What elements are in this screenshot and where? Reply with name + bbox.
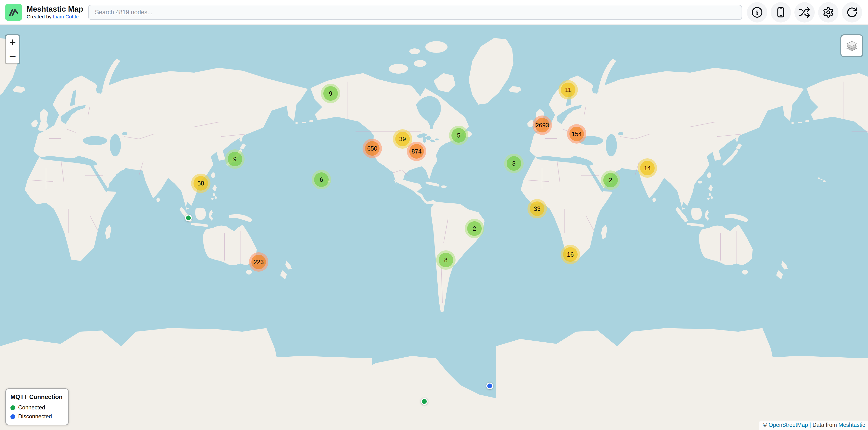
- legend-label: Connected: [18, 404, 45, 411]
- cluster-count: 223: [251, 255, 266, 269]
- node-marker-disconnected[interactable]: [486, 383, 493, 389]
- page-subtitle: Created by Liam Cottle: [27, 14, 83, 20]
- cluster-count: 39: [395, 132, 410, 146]
- cluster-count: 33: [530, 201, 545, 216]
- cluster-marker[interactable]: 874: [407, 142, 426, 161]
- refresh-icon: [846, 6, 858, 18]
- cluster-marker[interactable]: 154: [567, 124, 586, 143]
- world-map[interactable]: 911269315439565087498146258332168223 + −…: [0, 25, 868, 430]
- layers-control[interactable]: [840, 34, 863, 57]
- map-attribution: © OpenStreetMap | Data from Meshtastic: [759, 421, 868, 430]
- legend-title: MQTT Connection: [10, 393, 64, 400]
- mqtt-legend: MQTT Connection Connected Disconnected: [5, 388, 69, 425]
- cluster-count: 2: [467, 221, 482, 236]
- legend-item-connected: Connected: [10, 404, 64, 411]
- gear-icon: [823, 6, 834, 18]
- zoom-control: + −: [5, 34, 20, 64]
- cluster-marker[interactable]: 14: [638, 158, 657, 178]
- cluster-count: 11: [561, 82, 576, 97]
- cluster-marker[interactable]: 2693: [533, 115, 552, 135]
- legend-label: Disconnected: [18, 413, 52, 420]
- cluster-count: 650: [365, 141, 379, 156]
- refresh-button[interactable]: [842, 2, 862, 23]
- disconnected-dot: [10, 414, 15, 419]
- cluster-marker[interactable]: 8: [436, 250, 456, 270]
- cluster-marker[interactable]: 11: [558, 80, 578, 100]
- mobile-app-button[interactable]: [771, 2, 791, 23]
- cluster-count: 8: [439, 253, 453, 267]
- osm-link[interactable]: OpenStreetMap: [769, 422, 808, 428]
- page-title: Meshtastic Map: [27, 5, 83, 13]
- cluster-count: 874: [409, 144, 424, 159]
- layers-icon: [845, 39, 859, 53]
- cluster-marker[interactable]: 6: [312, 170, 331, 189]
- cluster-marker[interactable]: 8: [504, 154, 524, 173]
- cluster-count: 9: [323, 86, 338, 101]
- node-marker-connected[interactable]: [421, 398, 428, 405]
- meshtastic-link[interactable]: Meshtastic: [838, 422, 865, 428]
- cluster-marker[interactable]: 16: [561, 245, 580, 264]
- info-button[interactable]: [747, 2, 767, 23]
- app-header: Meshtastic Map Created by Liam Cottle: [0, 0, 868, 25]
- cluster-count: 14: [640, 161, 655, 175]
- cluster-marker[interactable]: 223: [249, 252, 268, 272]
- info-icon: [751, 6, 763, 18]
- cluster-count: 5: [452, 128, 466, 143]
- zoom-in-button[interactable]: +: [6, 35, 20, 49]
- legend-item-disconnected: Disconnected: [10, 413, 64, 420]
- node-marker-connected[interactable]: [185, 214, 192, 221]
- mountain-icon: [7, 7, 20, 18]
- author-link[interactable]: Liam Cottle: [53, 14, 79, 20]
- cluster-marker[interactable]: 58: [191, 174, 211, 193]
- cluster-marker[interactable]: 9: [225, 150, 245, 169]
- cluster-count: 9: [228, 152, 242, 166]
- cluster-marker[interactable]: 33: [527, 199, 547, 219]
- settings-button[interactable]: [818, 2, 838, 23]
- search-input[interactable]: [88, 5, 742, 20]
- cluster-count: 6: [314, 172, 329, 187]
- zoom-out-button[interactable]: −: [6, 49, 20, 63]
- cluster-count: 2: [603, 173, 618, 188]
- cluster-marker[interactable]: 5: [449, 126, 468, 145]
- connected-dot: [10, 405, 15, 410]
- cluster-count: 8: [507, 156, 521, 171]
- shuffle-icon: [799, 6, 810, 18]
- random-node-button[interactable]: [795, 2, 815, 23]
- cluster-marker[interactable]: 2: [465, 219, 484, 238]
- smartphone-icon: [775, 6, 786, 18]
- cluster-count: 58: [193, 176, 208, 191]
- basemap-svg: [0, 25, 868, 430]
- cluster-count: 2693: [535, 118, 550, 132]
- cluster-count: 154: [569, 127, 584, 141]
- cluster-marker[interactable]: 2: [601, 170, 620, 190]
- cluster-count: 16: [563, 247, 578, 262]
- meshtastic-logo: [5, 4, 22, 21]
- header-actions: [747, 2, 862, 23]
- cluster-marker[interactable]: 9: [321, 84, 340, 103]
- cluster-marker[interactable]: 650: [363, 139, 382, 158]
